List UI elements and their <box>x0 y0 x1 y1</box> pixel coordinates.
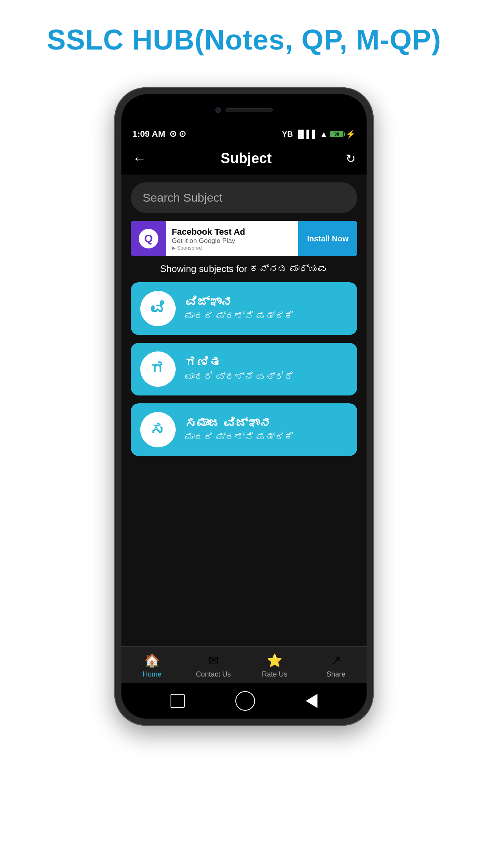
system-bar <box>121 683 367 719</box>
subject-card-0[interactable]: ವಿ ವಿಜ್ಞಾನ ಮಾದರಿ ಪ್ರಶ್ನೆ ಪತ್ರಿಕೆ <box>131 282 357 335</box>
share-icon: ↗ <box>331 653 341 668</box>
phone-screen: 1:09 AM ⊙ ⊙ YB ▐▌▌▌ ▲ 98 ⚡ ← Subject ↻ S… <box>121 94 367 719</box>
ad-text: Facebook Test Ad Get it on Google Play ▶… <box>166 227 298 251</box>
nav-item-contact[interactable]: ✉ Contact Us <box>183 653 244 679</box>
showing-subjects-text: Showing subjects for ಕನ್ನಡ ಮಾಧ್ಯಮ <box>131 263 357 274</box>
ad-sponsored: ▶ Sponsored <box>172 245 293 251</box>
home-icon: 🏠 <box>144 653 160 668</box>
subject-info-0: ವಿಜ್ಞಾನ ಮಾದರಿ ಪ್ರಶ್ನೆ ಪತ್ರಿಕೆ <box>185 296 348 322</box>
bottom-nav: 🏠 Home ✉ Contact Us ⭐ Rate Us ↗ Share <box>121 646 367 683</box>
rate-icon: ⭐ <box>267 653 283 668</box>
subject-avatar-0: ವಿ <box>140 291 176 326</box>
status-icons-left: ⊙ ⊙ <box>169 129 186 139</box>
subject-avatar-2: ಸ <box>140 412 176 447</box>
system-home-button[interactable] <box>235 691 255 711</box>
ad-subtitle: Get it on Google Play <box>172 237 293 245</box>
nav-item-rate[interactable]: ⭐ Rate Us <box>244 653 305 679</box>
app-header: ← Subject ↻ <box>121 142 367 175</box>
ad-title: Facebook Test Ad <box>172 227 293 237</box>
notch-bar <box>121 94 367 126</box>
subject-name-0: ವಿಜ್ಞಾನ <box>185 296 348 309</box>
status-bar: 1:09 AM ⊙ ⊙ YB ▐▌▌▌ ▲ 98 ⚡ <box>121 126 367 142</box>
subject-card-1[interactable]: ಗ ಗಣಿತ ಮಾದರಿ ಪ್ರಶ್ನೆ ಪತ್ರಿಕೆ <box>131 343 357 395</box>
contact-label: Contact Us <box>196 670 231 679</box>
system-back-button[interactable] <box>306 694 317 708</box>
nav-item-home[interactable]: 🏠 Home <box>121 653 183 679</box>
subject-name-2: ಸಮಾಜ ವಿಜ್ಞಾನ <box>185 417 348 430</box>
subject-info-1: ಗಣಿತ ಮಾದರಿ ಪ್ರಶ್ನೆ ಪತ್ರಿಕೆ <box>185 356 348 382</box>
camera-dot <box>215 107 221 113</box>
search-bar[interactable]: Search Subject <box>131 182 357 213</box>
ad-install-button[interactable]: Install Now <box>298 221 357 256</box>
share-label: Share <box>327 670 345 679</box>
wifi-icon: ▲ <box>320 130 328 139</box>
subject-card-2[interactable]: ಸ ಸಮಾಜ ವಿಜ್ಞಾನ ಮಾದರಿ ಪ್ರಶ್ನೆ ಪತ್ರಿಕೆ <box>131 403 357 456</box>
home-label: Home <box>143 670 161 679</box>
subject-sub-1: ಮಾದರಿ ಪ್ರಶ್ನೆ ಪತ್ರಿಕೆ <box>185 371 348 382</box>
contact-icon: ✉ <box>208 653 219 668</box>
speaker-slot <box>226 108 273 112</box>
rate-label: Rate Us <box>262 670 287 679</box>
refresh-button[interactable]: ↻ <box>346 152 356 166</box>
screen-content: Search Subject Q Facebook Test Ad Get it… <box>121 175 367 646</box>
phone-frame: 1:09 AM ⊙ ⊙ YB ▐▌▌▌ ▲ 98 ⚡ ← Subject ↻ S… <box>114 87 374 726</box>
subject-avatar-1: ಗ <box>140 351 176 387</box>
nav-item-share[interactable]: ↗ Share <box>305 653 367 679</box>
page-title: SSLC HUB(Notes, QP, M-QP) <box>47 24 441 56</box>
header-title: Subject <box>220 150 272 167</box>
subject-info-2: ಸಮಾಜ ವಿಜ್ಞಾನ ಮಾದರಿ ಪ್ರಶ್ನೆ ಪತ್ರಿಕೆ <box>185 417 348 443</box>
ad-banner[interactable]: Q Facebook Test Ad Get it on Google Play… <box>131 221 357 256</box>
network-icon: YB <box>282 130 293 139</box>
system-square-button[interactable] <box>171 694 185 708</box>
ad-icon: Q <box>131 221 166 256</box>
signal-icon: ▐▌▌▌ <box>295 130 318 139</box>
ad-icon-inner: Q <box>139 229 158 248</box>
subject-sub-0: ಮಾದರಿ ಪ್ರಶ್ನೆ ಪತ್ರಿಕೆ <box>185 311 348 322</box>
time-display: 1:09 AM <box>132 129 165 139</box>
subject-sub-2: ಮಾದರಿ ಪ್ರಶ್ನೆ ಪತ್ರಿಕೆ <box>185 432 348 443</box>
battery-icon: 98 <box>330 131 343 137</box>
back-button[interactable]: ← <box>132 150 147 167</box>
charging-icon: ⚡ <box>346 129 356 139</box>
subject-name-1: ಗಣಿತ <box>185 356 348 370</box>
